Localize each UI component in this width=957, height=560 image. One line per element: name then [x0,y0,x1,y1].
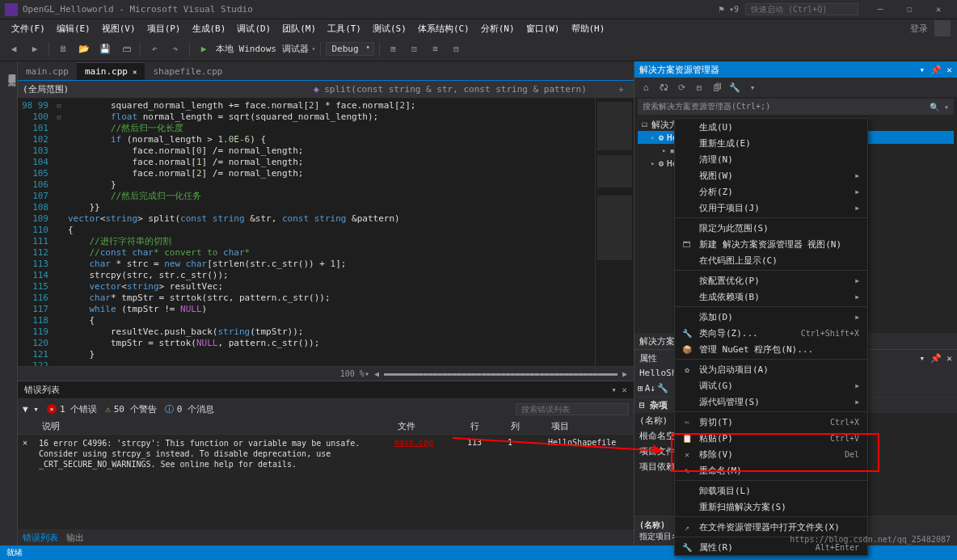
context-menu-item[interactable]: 视图(W)▶ [675,167,867,183]
context-menu-item[interactable]: ✎重命名(M) [675,462,867,478]
toolbar-btn[interactable]: ⊟ [448,40,466,58]
tab-error-list[interactable]: 错误列表 [23,532,58,544]
menu-help[interactable]: 帮助(H) [567,21,610,36]
refresh-icon[interactable]: 🗘 [656,79,672,95]
toolbar-btn[interactable]: ⊡ [406,40,424,58]
warnings-filter[interactable]: ⚠50 个警告 [105,403,157,415]
menu-arch[interactable]: 体系结构(C) [413,21,474,36]
svg-line-0 [453,438,663,451]
col-project[interactable]: 项目 [548,420,629,432]
context-menu-item[interactable]: ↗在文件资源管理器中打开文件夹(X) [675,519,867,535]
tab-output[interactable]: 输出 [66,532,84,544]
zoom-level[interactable]: 100 % ▾ ◀ ▬▬▬▬▬▬▬▬▬▬▬▬▬▬▬▬▬▬▬▬▬▬▬▬▬▬▬▬▬▬… [18,366,634,381]
cat-icon[interactable]: ⊞ [638,383,643,394]
notif-count[interactable]: ▾9 [729,5,739,14]
minimap[interactable] [595,99,634,366]
config-dropdown[interactable]: Debug [326,42,373,56]
menu-team[interactable]: 团队(M) [277,21,321,36]
tab-close-icon[interactable]: ✕ [133,68,137,76]
menu-analyze[interactable]: 分析(N) [476,21,520,36]
context-menu-item[interactable]: 重新扫描解决方案(S) [675,499,867,515]
col-desc[interactable]: 说明 [39,420,394,432]
messages-filter[interactable]: ⓘ0 个消息 [165,403,214,415]
menu-build[interactable]: 生成(B) [188,21,231,36]
context-menu-item[interactable]: 源代码管理(S)▶ [675,394,867,410]
show-all-icon[interactable]: 🗐 [709,79,725,95]
menu-file[interactable]: 文件(F) [6,21,50,36]
sync-icon[interactable]: ⟳ [673,79,689,95]
login-link[interactable]: 登录 [910,23,928,35]
col-line[interactable]: 行 [467,420,508,432]
context-menu-item[interactable]: 卸载项目(L) [675,482,867,499]
menu-window[interactable]: 窗口(W) [521,21,565,36]
menu-tools[interactable]: 工具(T) [323,21,366,36]
col-file[interactable]: 文件 [394,420,467,432]
tab-main1[interactable]: main.cpp [18,63,77,80]
context-menu-item[interactable]: 生成依赖项(B)▶ [675,288,867,305]
solution-search-input[interactable]: 搜索解决方案资源管理器(Ctrl+;)🔍 ▾ [638,99,954,115]
context-menu-item[interactable]: 按配置优化(P)▶ [675,272,867,288]
fold-gutter[interactable]: ⊟ ⊟ [53,99,65,366]
context-menu-item[interactable]: 在代码图上显示(C) [675,252,867,268]
context-menu-item[interactable]: 🗔新建 解决方案资源管理器 视图(N) [675,236,867,252]
context-menu-item[interactable]: 限定为此范围(S) [675,220,867,236]
menu-test[interactable]: 测试(S) [368,21,411,36]
left-tool-strip[interactable]: 服务器资源管理器 工具箱 [0,61,18,545]
collapse-icon[interactable]: ⊟ [691,79,707,95]
col-col[interactable]: 列 [508,420,548,432]
menu-edit[interactable]: 编辑(E) [52,21,95,36]
context-menu-item[interactable]: 调试(G)▶ [675,377,867,394]
toolbar-btn[interactable]: ≡ [427,40,445,58]
split-editor-icon[interactable]: ＋ [617,83,626,95]
save-all-icon[interactable]: 🗃 [117,40,135,58]
nav-back-icon[interactable]: ◀ [5,40,23,58]
filter-dropdown-icon[interactable]: ▼ ▾ [23,404,39,415]
prop-pin-icon[interactable]: ▾ 📌 ✕ [920,353,953,364]
close-button[interactable]: ✕ [925,2,952,18]
context-menu-item[interactable]: 重新生成(E) [675,135,867,151]
maximize-button[interactable]: ☐ [896,2,923,18]
panel-dropdown-icon[interactable]: ▾ ✕ [611,385,627,395]
tab-main2[interactable]: main.cpp✕ [77,62,145,80]
open-icon[interactable]: 📂 [75,40,93,58]
properties-icon[interactable]: 🔧 [727,79,743,95]
context-menu-item[interactable]: 🔧类向导(Z)...Ctrl+Shift+X [675,325,867,341]
context-menu-item[interactable]: 生成(U) [675,119,867,135]
avatar-icon[interactable] [934,20,951,36]
code-editor[interactable]: squared_normal_length += face.normal[2] … [65,99,595,366]
debugger-label[interactable]: 本地 Windows 调试器 [216,43,309,55]
panel-pin-icon[interactable]: ▾ 📌 ✕ [920,65,953,75]
context-menu-item[interactable]: ✂剪切(T)Ctrl+X [675,414,867,430]
start-debug-icon[interactable]: ▶ [195,40,213,58]
context-menu-item[interactable]: ✕移除(V)Del [675,446,867,462]
context-menu-item[interactable]: 添加(D)▶ [675,309,867,325]
context-menu-item[interactable]: 📦管理 NuGet 程序包(N)... [675,341,867,357]
notif-flag-icon[interactable]: ⚑ [719,4,724,15]
undo-icon[interactable]: ↶ [145,40,163,58]
context-menu-item[interactable]: 📋粘贴(P)Ctrl+V [675,430,867,446]
error-search-input[interactable] [516,403,629,415]
menu-view[interactable]: 视图(V) [97,21,141,36]
context-menu-item[interactable]: 清理(N) [675,151,867,167]
context-menu-item[interactable]: 仅用于项目(J)▶ [675,200,867,216]
menu-debug[interactable]: 调试(D) [232,21,276,36]
toolbar-btn[interactable]: ⊞ [385,40,403,58]
redo-icon[interactable]: ↷ [167,40,184,58]
tab-shapefile[interactable]: shapefile.cpp [145,63,230,80]
scope-dropdown[interactable]: (全局范围) [23,83,314,95]
error-list-panel: 错误列表 ▾ ✕ ▼ ▾ ✕1 个错误 ⚠50 个警告 ⓘ0 个消息 说明 文件… [18,381,634,545]
quick-launch-input[interactable] [745,3,858,15]
nav-fwd-icon[interactable]: ▶ [26,40,44,58]
menu-project[interactable]: 项目(P) [142,21,186,36]
home-icon[interactable]: ⌂ [638,79,654,95]
errors-filter[interactable]: ✕1 个错误 [47,403,97,415]
new-project-icon[interactable]: 🗎 [54,40,72,58]
az-icon[interactable]: A↓ [645,383,656,394]
function-dropdown[interactable]: ◈ split(const string & str, const string… [314,84,617,95]
minimize-button[interactable]: ─ [866,2,894,18]
context-menu-item[interactable]: 分析(Z)▶ [675,183,867,200]
save-icon[interactable]: 💾 [96,40,114,58]
wrench-icon[interactable]: 🔧 [657,383,668,394]
context-menu-item[interactable]: ✿设为启动项目(A) [675,361,867,377]
preview-icon[interactable]: ▾ [744,79,761,95]
